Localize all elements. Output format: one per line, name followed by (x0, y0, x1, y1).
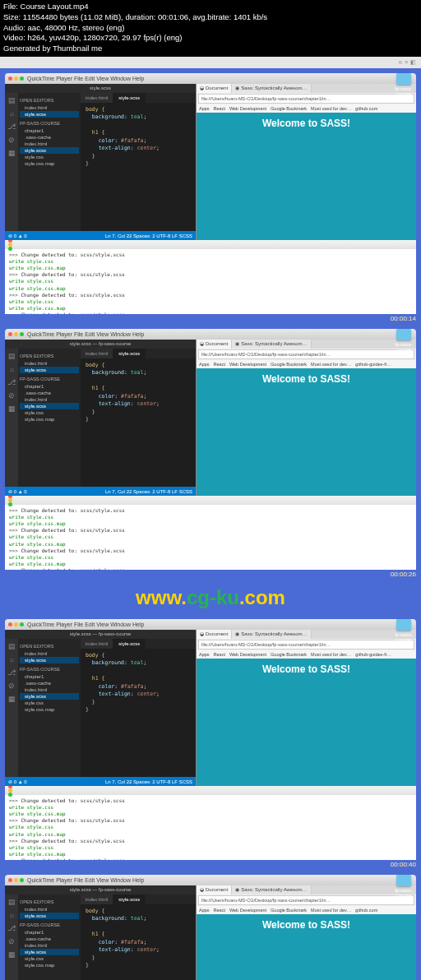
folder-icon (396, 329, 411, 340)
folder-icon (396, 619, 411, 631)
desktop-folder[interactable]: fp-sass-course (393, 619, 414, 642)
tab-index[interactable]: index.html (81, 93, 113, 103)
info-gen: Generated by Thumbnail me (3, 44, 418, 54)
info-audio: Audio: aac, 48000 Hz, stereo (eng) (3, 23, 418, 34)
browser-tab[interactable]: ◒ Document (197, 84, 232, 93)
video-info: File: Course Layout.mp4 Size: 11554480 b… (0, 0, 421, 57)
mac-menubar: ⎋≡◧ (0, 57, 421, 68)
folder-icon (396, 73, 411, 85)
folder-icon (396, 875, 411, 886)
browser-window: ◒ Document ◉ Sass: Syntactically Awesom…… (196, 340, 416, 496)
url-bar[interactable]: file:///Users/huaro-MD-CG/Desktop/fp-sas… (198, 94, 414, 104)
explorer[interactable]: OPEN EDITORS index.html style.scss FP-SA… (18, 349, 81, 487)
activity-bar[interactable]: ▤ ⌕ ⎇ ⊘ ▦ (5, 349, 18, 487)
vscode-window: style.scss — fp-sass-course ▤ ⌕ ⎇ ⊘ ▦ OP… (5, 340, 196, 496)
files-icon[interactable]: ▤ (8, 96, 16, 104)
list-item[interactable]: style.scss (20, 147, 79, 154)
debug-icon[interactable]: ⊘ (8, 136, 15, 144)
terminal-window[interactable]: >>> Change detected to: scss/style.scss … (5, 240, 416, 314)
browser-tab[interactable]: ◉ Sass: Syntactically Awesom… (232, 84, 311, 93)
tab-style[interactable]: style.scss (113, 93, 146, 103)
list-item[interactable]: index.html (20, 141, 79, 147)
desktop-folder[interactable]: fp-sass-course (393, 875, 414, 898)
editor[interactable]: index.html style.scss body { background:… (81, 349, 196, 487)
bookmarks-bar[interactable]: Apps React Web Development Google Bookma… (197, 104, 416, 113)
info-file: File: Course Layout.mp4 (3, 2, 418, 12)
list-item[interactable]: chapter1 (20, 127, 79, 134)
desktop-folder[interactable]: fp-sass-course (393, 329, 414, 352)
search-icon[interactable]: ⌕ (10, 365, 14, 373)
qt-titlebar: QuickTime Player File Edit View Window H… (5, 73, 416, 84)
code-area[interactable]: body { background: teal; h1 { color: #fa… (81, 103, 196, 231)
list-item[interactable]: style.css.map (20, 160, 79, 167)
browser-window: ◒ Document ◉ Sass: Syntactically Awesom…… (196, 84, 416, 240)
editor[interactable]: index.html style.scss body { background:… (81, 93, 196, 231)
ext-icon[interactable]: ▦ (8, 149, 16, 157)
vscode-window: style.scss ▤ ⌕ ⎇ ⊘ ▦ OPEN EDITORS index.… (5, 84, 196, 240)
vscode-title: style.scss (5, 84, 196, 93)
info-video: Video: h264, yuv420p, 1280x720, 29.97 fp… (3, 33, 418, 44)
status-bar: ⊘ 0 ▲ 0 Ln 7, Col 22 Spaces: 2 UTF-8 LF … (5, 231, 196, 240)
git-icon[interactable]: ⎇ (7, 378, 16, 386)
files-icon[interactable]: ▤ (8, 352, 16, 360)
ext-icon[interactable]: ▦ (8, 404, 16, 413)
qt-titlebar: QuickTime Player File Edit View Window H… (5, 329, 416, 340)
info-size: Size: 11554480 bytes (11.02 MiB), durati… (3, 12, 418, 23)
debug-icon[interactable]: ⊘ (8, 391, 15, 400)
page-heading: Welcome to SASS! (197, 113, 416, 240)
list-item[interactable]: .sass-cache (20, 134, 79, 141)
watermark: www.cg-ku.com (0, 586, 421, 609)
activity-bar[interactable]: ▤ ⌕ ⎇ ⊘ ▦ (5, 93, 18, 231)
list-item[interactable]: index.html (20, 104, 79, 111)
list-item[interactable]: style.scss (20, 111, 79, 118)
explorer[interactable]: OPEN EDITORS index.html style.scss FP-SA… (18, 93, 81, 231)
desktop-folder[interactable]: fp-sass-course (393, 73, 414, 96)
timestamp: 00:00:14 (0, 314, 421, 324)
search-icon[interactable]: ⌕ (10, 109, 14, 118)
list-item[interactable]: style.css (20, 154, 79, 160)
git-icon[interactable]: ⎇ (7, 122, 16, 131)
vscode-title: style.scss — fp-sass-course (5, 340, 196, 349)
